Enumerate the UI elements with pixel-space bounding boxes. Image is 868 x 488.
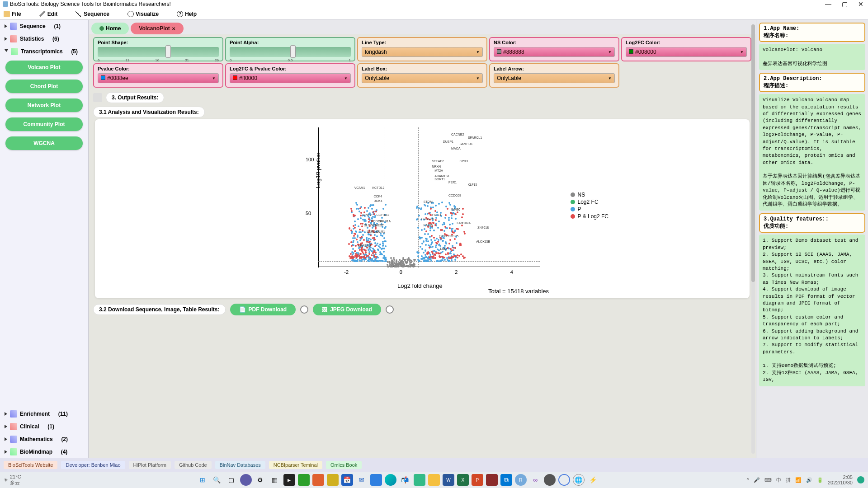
link-bioscitools-website[interactable]: BioSciTools Website bbox=[4, 461, 57, 469]
tab-volcanoplot[interactable]: VolcanoPlot✕ bbox=[131, 23, 183, 34]
chevron-down-icon: ▼ bbox=[476, 50, 480, 54]
mic-icon[interactable]: 🎤 bbox=[754, 477, 760, 483]
app-icon[interactable] bbox=[327, 474, 339, 486]
clock[interactable]: 2:052022/10/30 bbox=[828, 474, 853, 485]
log2fc-pvalue-color-dropdown[interactable]: #ff0000▼ bbox=[230, 73, 351, 83]
settings-icon[interactable]: ⚙ bbox=[255, 474, 266, 486]
home-icon bbox=[99, 26, 104, 31]
pvalue-color-dropdown[interactable]: #0088ee▼ bbox=[98, 73, 219, 83]
explorer-icon[interactable] bbox=[428, 474, 440, 486]
menu-file[interactable]: File bbox=[4, 11, 21, 17]
visualstudio-icon[interactable]: ∞ bbox=[529, 474, 541, 486]
link-ncbiparser[interactable]: NCBIparser Teminal bbox=[269, 461, 322, 469]
close-button[interactable]: ✕ bbox=[856, 0, 865, 8]
menu-edit[interactable]: Edit bbox=[39, 11, 58, 17]
sidebar-group-enrichment[interactable]: Enrichment (11) bbox=[0, 408, 88, 420]
sidebar-item-volcano-plot[interactable]: Volcano Plot bbox=[5, 61, 83, 74]
app-icon[interactable] bbox=[558, 474, 570, 486]
app-icon[interactable] bbox=[370, 474, 382, 486]
point-alpha-slider[interactable]: 00.51 bbox=[230, 47, 351, 57]
word-icon[interactable]: W bbox=[443, 474, 454, 486]
globe-icon[interactable]: 🌐 bbox=[573, 474, 585, 486]
label-box-dropdown[interactable]: OnlyLable▼ bbox=[362, 73, 483, 83]
app-icon[interactable] bbox=[544, 474, 556, 486]
scrollbar-thumb[interactable] bbox=[751, 24, 755, 282]
statistics-icon bbox=[10, 35, 17, 42]
app-icon[interactable]: ⚡ bbox=[587, 474, 599, 486]
label-arrow-dropdown[interactable]: OnlyLable▼ bbox=[494, 73, 615, 83]
option-ns-color: NS Color: #888888▼ bbox=[489, 37, 619, 61]
info-appname-body: VolcanoPlot: Volcano 差异表达基因可视化科学绘图 bbox=[759, 44, 865, 70]
app-icon[interactable]: ▦ bbox=[269, 474, 281, 486]
jpeg-download-button[interactable]: 🖼JPEG Download bbox=[313, 304, 381, 315]
image-icon: 🖼 bbox=[322, 306, 327, 313]
tab-close-icon[interactable]: ✕ bbox=[172, 26, 175, 31]
battery-icon[interactable]: 🔋 bbox=[817, 477, 823, 483]
calendar-icon[interactable]: 📅 bbox=[341, 474, 353, 486]
link-hiplot[interactable]: HiPlot Platform bbox=[129, 461, 171, 469]
sidebar-item-chord-plot[interactable]: Chord Plot bbox=[5, 80, 83, 93]
menu-help[interactable]: ?Help bbox=[177, 11, 197, 17]
app-icon[interactable] bbox=[414, 474, 425, 486]
sidebar-group-biomindmap[interactable]: BioMindmap (4) bbox=[0, 446, 88, 458]
rstudio-icon[interactable]: R bbox=[515, 474, 527, 486]
link-omicsbook[interactable]: Omics Book bbox=[326, 461, 362, 469]
search-icon[interactable]: 🔍 bbox=[211, 474, 223, 486]
weather-widget[interactable]: ☀ 21°C多云 bbox=[4, 474, 49, 486]
sidebar-item-wgcna[interactable]: WGCNA bbox=[5, 136, 83, 150]
chart-icon bbox=[93, 93, 102, 102]
mail-icon[interactable]: ✉ bbox=[356, 474, 368, 486]
volcano-plot: -Log10 pvalue Log2 fold change Total = 1… bbox=[95, 119, 750, 298]
chevron-right-icon bbox=[5, 412, 7, 416]
app-icon[interactable] bbox=[240, 474, 252, 486]
terminal-icon[interactable]: ▸ bbox=[283, 474, 295, 486]
mail-icon[interactable]: 📬 bbox=[399, 474, 411, 486]
link-binnav[interactable]: BinNav Databases bbox=[215, 461, 265, 469]
link-github[interactable]: Github Code bbox=[175, 461, 212, 469]
ns-color-dropdown[interactable]: #888888▼ bbox=[494, 47, 615, 57]
point-shape-slider[interactable]: 611162126 bbox=[98, 47, 219, 57]
app-icon[interactable] bbox=[312, 474, 324, 486]
sidebar: Sequence (1) Statistics (6) Transcriptom… bbox=[0, 20, 89, 458]
log2fc-color-dropdown[interactable]: #008000▼ bbox=[626, 47, 747, 57]
chevron-down-icon: ▼ bbox=[476, 76, 480, 80]
maximize-button[interactable]: ▢ bbox=[840, 0, 849, 8]
minimize-button[interactable]: — bbox=[824, 0, 833, 8]
vscode-icon[interactable]: ⧉ bbox=[500, 474, 512, 486]
task-view-icon[interactable]: ▢ bbox=[226, 474, 237, 486]
notification-icon[interactable] bbox=[857, 476, 864, 483]
app-icon[interactable] bbox=[486, 474, 498, 486]
link-developer[interactable]: Developer: Benben Miao bbox=[61, 461, 125, 469]
chevron-right-icon bbox=[5, 450, 7, 454]
jpeg-radio[interactable] bbox=[386, 305, 394, 314]
sidebar-group-statistics[interactable]: Statistics (6) bbox=[0, 33, 88, 45]
line-type-dropdown[interactable]: longdash▼ bbox=[362, 47, 483, 57]
tray-chevron-icon[interactable]: ^ bbox=[747, 477, 749, 483]
sidebar-group-clinical[interactable]: Clinical (1) bbox=[0, 420, 88, 433]
pdf-download-button[interactable]: 📄PDF Download bbox=[230, 304, 296, 315]
menu-visualize[interactable]: Visualize bbox=[127, 11, 159, 17]
footer-links: BioSciTools Website Developer: Benben Mi… bbox=[0, 458, 868, 472]
menu-sequence[interactable]: Sequence bbox=[75, 11, 109, 17]
section-analysis-results: 3.1 Analysis and Visualization Results: bbox=[93, 107, 205, 117]
volume-icon[interactable]: 🔊 bbox=[806, 477, 812, 483]
sidebar-item-community-plot[interactable]: Community Plot bbox=[5, 117, 83, 131]
sidebar-group-transcriptomics[interactable]: Transcriptomics (5) bbox=[0, 45, 88, 58]
sidebar-group-mathematics[interactable]: Mathematics (2) bbox=[0, 433, 88, 446]
edge-icon[interactable] bbox=[385, 474, 396, 486]
keyboard-icon[interactable]: ⌨ bbox=[764, 477, 772, 483]
app-icon[interactable] bbox=[298, 474, 310, 486]
scrollbar[interactable] bbox=[751, 24, 755, 454]
sidebar-group-sequence[interactable]: Sequence (1) bbox=[0, 20, 88, 33]
excel-icon[interactable]: X bbox=[457, 474, 469, 486]
sidebar-item-network-plot[interactable]: Network Plot bbox=[5, 99, 83, 112]
start-button[interactable]: ⊞ bbox=[197, 474, 208, 486]
ime-pin[interactable]: 拼 bbox=[786, 477, 791, 483]
wifi-icon[interactable]: 📶 bbox=[795, 477, 802, 483]
powerpoint-icon[interactable]: P bbox=[472, 474, 483, 486]
tab-home[interactable]: Home bbox=[91, 23, 129, 34]
pdf-radio[interactable] bbox=[300, 305, 308, 314]
ime-lang[interactable]: 中 bbox=[776, 477, 781, 483]
transcriptomics-icon bbox=[11, 48, 18, 55]
chevron-right-icon bbox=[5, 437, 7, 441]
